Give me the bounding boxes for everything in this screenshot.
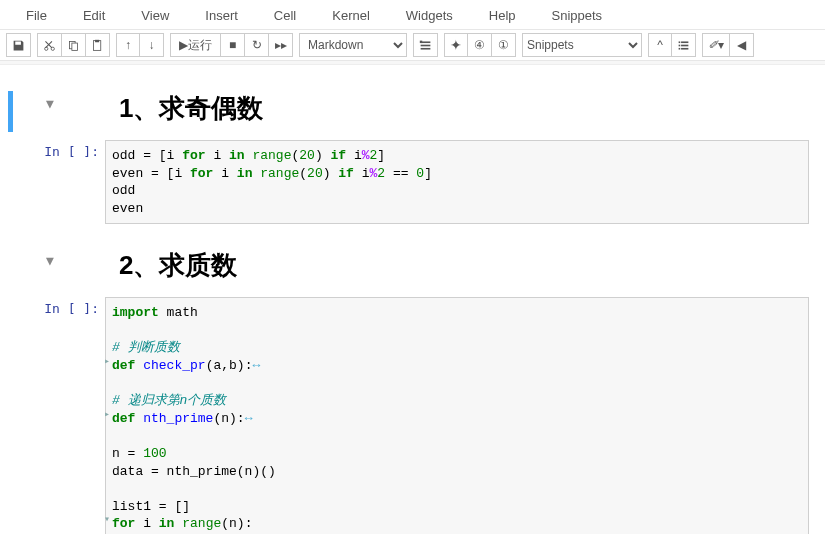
menu-file[interactable]: File [8, 2, 65, 29]
paste-button[interactable] [86, 33, 110, 57]
markdown-rendered[interactable]: 1、求奇偶数 [105, 91, 817, 132]
svg-rect-14 [679, 47, 681, 49]
code-fold-icon[interactable]: ↔ [252, 358, 260, 373]
svg-rect-11 [681, 41, 688, 43]
svg-rect-7 [421, 44, 431, 46]
svg-point-1 [51, 47, 54, 50]
cell-code-3[interactable]: In [ ]: import math # 判断质数 ▸def check_pr… [8, 297, 817, 534]
collapse-arrow-icon[interactable]: ▼ [46, 96, 54, 111]
theme-button[interactable]: ① [492, 33, 516, 57]
collapse-arrow-icon[interactable]: ▼ [46, 253, 54, 268]
fold-gutter-icon[interactable]: ▸ [104, 355, 110, 369]
menu-view[interactable]: View [123, 2, 187, 29]
save-button[interactable] [6, 33, 31, 57]
menu-snippets[interactable]: Snippets [534, 2, 621, 29]
collapse-button[interactable]: ^ [648, 33, 672, 57]
input-prompt: In [ ]: [8, 140, 105, 224]
restart-run-all-button[interactable]: ▸▸ [269, 33, 293, 57]
cell-markdown-0[interactable]: ▼ 1、求奇偶数 [8, 91, 817, 132]
cut-button[interactable] [37, 33, 62, 57]
svg-rect-8 [421, 47, 431, 49]
run-label: 运行 [188, 37, 212, 54]
run-button[interactable]: ▶ 运行 [170, 33, 221, 57]
code-editor[interactable]: import math # 判断质数 ▸def check_pr(a,b):↔ … [105, 297, 809, 534]
menu-insert[interactable]: Insert [187, 2, 256, 29]
fold-gutter-icon[interactable]: ▾ [104, 513, 110, 527]
interrupt-button[interactable]: ■ [221, 33, 245, 57]
command-palette-button[interactable] [413, 33, 438, 57]
menu-edit[interactable]: Edit [65, 2, 123, 29]
notebook-container: ▼ 1、求奇偶数 In [ ]: odd = [i for i in range… [0, 65, 825, 534]
svg-rect-5 [95, 39, 99, 41]
variable-inspector-button[interactable]: ✦ [444, 33, 468, 57]
markdown-rendered[interactable]: 2、求质数 [105, 248, 817, 289]
celltype-select[interactable]: Markdown [299, 33, 407, 57]
move-down-button[interactable]: ↓ [140, 33, 164, 57]
heading-2: 2、求质数 [105, 248, 817, 289]
svg-rect-9 [420, 40, 422, 42]
scratchpad-button[interactable]: ◀ [730, 33, 754, 57]
svg-rect-3 [72, 43, 78, 50]
menu-cell[interactable]: Cell [256, 2, 314, 29]
cell-code-1[interactable]: In [ ]: odd = [i for i in range(20) if i… [8, 140, 817, 224]
menu-help[interactable]: Help [471, 2, 534, 29]
svg-rect-10 [679, 41, 681, 43]
code-editor[interactable]: odd = [i for i in range(20) if i%2] even… [105, 140, 809, 224]
svg-rect-15 [681, 47, 688, 49]
fold-gutter-icon[interactable]: ▸ [104, 408, 110, 422]
code-fold-icon[interactable]: ↔ [245, 411, 253, 426]
svg-rect-13 [681, 44, 688, 46]
toolbar: ↑ ↓ ▶ 运行 ■ ↻ ▸▸ Markdown ✦ ④ ① Snippets … [0, 30, 825, 61]
menu-kernel[interactable]: Kernel [314, 2, 388, 29]
restart-button[interactable]: ↻ [245, 33, 269, 57]
prompt-area: ▼ [8, 91, 105, 132]
prompt-area: ▼ [8, 248, 105, 289]
cell-markdown-2[interactable]: ▼ 2、求质数 [8, 248, 817, 289]
toc-button[interactable] [672, 33, 696, 57]
menu-widgets[interactable]: Widgets [388, 2, 471, 29]
svg-rect-12 [679, 44, 681, 46]
move-up-button[interactable]: ↑ [116, 33, 140, 57]
input-prompt: In [ ]: [8, 297, 105, 534]
copy-button[interactable] [62, 33, 86, 57]
code-font-button[interactable]: ④ [468, 33, 492, 57]
menubar: File Edit View Insert Cell Kernel Widget… [0, 0, 825, 30]
heading-1: 1、求奇偶数 [105, 91, 817, 132]
snippets-select[interactable]: Snippets [522, 33, 642, 57]
autopep8-button[interactable]: ✐▾ [702, 33, 730, 57]
